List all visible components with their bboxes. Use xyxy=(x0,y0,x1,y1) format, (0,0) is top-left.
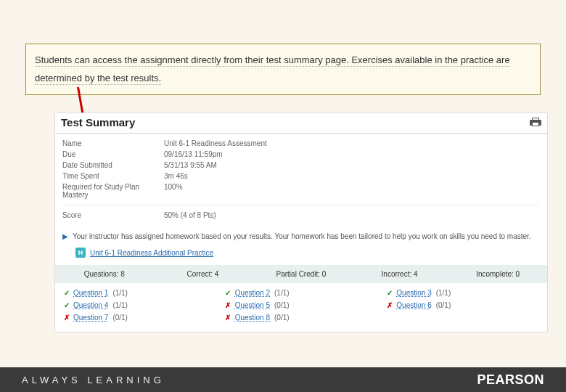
panel-header: Test Summary xyxy=(55,113,547,134)
meta-row: Date Submitted 5/31/13 9:55 AM xyxy=(62,160,540,171)
stat-correct: Correct: 4 xyxy=(154,270,253,278)
meta-label-required: Required for Study Plan Mastery xyxy=(62,183,164,199)
question-link[interactable]: Question 1 xyxy=(73,289,108,297)
question-link[interactable]: Question 2 xyxy=(235,289,270,297)
meta-value-required: 100% xyxy=(164,183,183,199)
meta-label-name: Name xyxy=(62,139,164,147)
question-item: ✗Question 5(0/1) xyxy=(224,301,379,309)
questions-grid: ✓Question 1(1/1)✓Question 2(1/1)✓Questio… xyxy=(55,283,547,332)
brand-logo: PEARSON xyxy=(477,372,544,388)
check-icon: ✓ xyxy=(62,289,70,297)
stats-bar: Questions: 8 Correct: 4 Partial Credit: … xyxy=(55,265,547,283)
callout-box: Students can access the assignment direc… xyxy=(25,44,541,95)
question-link[interactable]: Question 5 xyxy=(235,301,270,309)
meta-value-due: 09/16/13 11:59pm xyxy=(164,150,223,158)
footer: ALWAYS LEARNING PEARSON xyxy=(0,367,566,392)
page-title: Test Summary xyxy=(61,116,135,128)
question-points: (0/1) xyxy=(274,301,290,309)
meta-label-submitted: Date Submitted xyxy=(62,161,164,169)
meta-value-score: 50% (4 of 8 Pts) xyxy=(164,211,216,219)
meta-row: Name Unit 6-1 Readiness Assessment xyxy=(62,138,540,149)
question-points: (1/1) xyxy=(436,289,451,297)
question-points: (1/1) xyxy=(112,301,128,309)
x-icon: ✗ xyxy=(224,314,232,322)
meta-row-score: Score 50% (4 of 8 Pts) xyxy=(62,205,540,221)
meta-row: Time Spent 3m 46s xyxy=(62,171,540,181)
meta-label-score: Score xyxy=(62,211,164,219)
question-item: ✗Question 7(0/1) xyxy=(62,314,217,322)
meta-row: Required for Study Plan Mastery 100% xyxy=(62,181,540,200)
x-icon: ✗ xyxy=(224,301,232,309)
disclosure-icon: ▶ xyxy=(62,232,68,240)
notice-bar: ▶ Your instructor has assigned homework … xyxy=(55,228,547,265)
question-points: (0/1) xyxy=(112,314,128,322)
homework-badge-icon: H xyxy=(75,248,86,258)
meta-value-time: 3m 46s xyxy=(164,172,188,180)
question-points: (1/1) xyxy=(112,289,128,297)
meta-label-due: Due xyxy=(62,150,164,158)
additional-practice-link[interactable]: Unit 6-1 Readiness Additional Practice xyxy=(90,249,213,257)
question-link[interactable]: Question 4 xyxy=(73,301,108,309)
question-link[interactable]: Question 3 xyxy=(396,289,431,297)
question-item: ✓Question 2(1/1) xyxy=(224,289,379,297)
footer-tagline: ALWAYS LEARNING xyxy=(22,375,165,385)
question-item: ✗Question 8(0/1) xyxy=(224,314,379,322)
meta-row: Due 09/16/13 11:59pm xyxy=(62,149,540,160)
stat-questions: Questions: 8 xyxy=(55,270,154,278)
stat-incomplete: Incomplete: 0 xyxy=(448,270,547,278)
question-points: (0/1) xyxy=(274,314,290,322)
question-link[interactable]: Question 7 xyxy=(73,314,108,322)
notice-text: Your instructor has assigned homework ba… xyxy=(73,232,531,240)
check-icon: ✓ xyxy=(385,289,393,297)
test-summary-panel: Test Summary Name Unit 6-1 Readiness Ass… xyxy=(54,113,548,332)
check-icon: ✓ xyxy=(224,289,232,297)
stat-partial: Partial Credit: 0 xyxy=(252,270,350,278)
question-item: ✗Question 6(0/1) xyxy=(385,301,540,309)
stat-incorrect: Incorrect: 4 xyxy=(350,270,449,278)
print-icon[interactable] xyxy=(530,118,541,127)
meta-label-time: Time Spent xyxy=(62,172,164,180)
question-link[interactable]: Question 6 xyxy=(396,301,431,309)
x-icon: ✗ xyxy=(62,314,70,322)
question-link[interactable]: Question 8 xyxy=(235,314,270,322)
meta-value-name: Unit 6-1 Readiness Assessment xyxy=(164,139,267,147)
question-points: (0/1) xyxy=(436,301,451,309)
x-icon: ✗ xyxy=(385,301,393,309)
question-item: ✓Question 3(1/1) xyxy=(385,289,540,297)
question-points: (1/1) xyxy=(274,289,290,297)
question-item: ✓Question 1(1/1) xyxy=(62,289,217,297)
question-item: ✓Question 4(1/1) xyxy=(62,301,217,309)
callout-text: Students can access the assignment direc… xyxy=(35,54,510,85)
summary-meta: Name Unit 6-1 Readiness Assessment Due 0… xyxy=(55,134,547,228)
meta-value-submitted: 5/31/13 9:55 AM xyxy=(164,161,217,169)
check-icon: ✓ xyxy=(62,301,70,309)
